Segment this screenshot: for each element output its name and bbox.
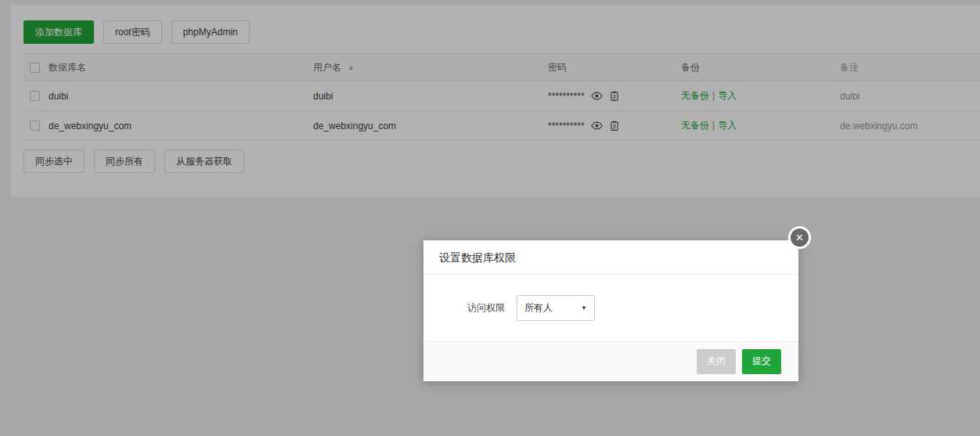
dialog-footer: 关闭 提交: [423, 341, 798, 380]
close-icon[interactable]: ✕: [788, 226, 811, 249]
selected-option: 所有人: [524, 301, 553, 315]
submit-button[interactable]: 提交: [742, 349, 781, 374]
access-permission-label: 访问权限: [467, 301, 517, 315]
dialog-title: 设置数据库权限: [423, 240, 798, 275]
dialog-body: 访问权限 所有人 ▼: [423, 275, 798, 341]
close-button[interactable]: 关闭: [697, 349, 736, 374]
set-db-permission-dialog: ✕ 设置数据库权限 访问权限 所有人 ▼ 关闭 提交: [423, 240, 798, 381]
chevron-down-icon: ▼: [581, 304, 587, 312]
access-permission-select[interactable]: 所有人 ▼: [517, 295, 595, 321]
